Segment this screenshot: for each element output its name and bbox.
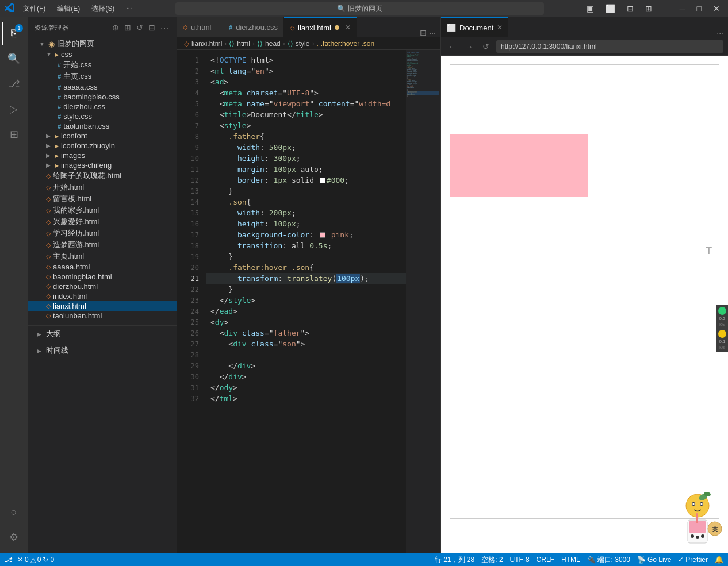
breadcrumb-file[interactable]: lianxi.html [191,40,222,48]
status-language[interactable]: HTML [561,556,580,564]
tab-close-icon[interactable]: ✕ [345,24,351,32]
preview-refresh-button[interactable]: ↺ [480,41,492,52]
preview-tabs: ⬜ Document ✕ ··· [441,17,728,37]
activity-accounts[interactable]: ○ [2,500,25,523]
search-bar[interactable]: 🔍 旧梦的网页 [175,2,543,15]
editor-more-icon[interactable]: ··· [429,28,436,37]
sidebar-outline-section[interactable]: ▶ 大纲 [28,328,177,340]
preview-t-text: T [706,245,712,257]
sidebar-item-dierzhou-css[interactable]: # dierzhou.css [28,102,177,111]
activity-run[interactable]: ▷ [2,98,25,121]
new-file-icon[interactable]: ⊕ [111,22,121,33]
preview-url-input[interactable] [496,40,723,53]
search-text: 旧梦的网页 [348,4,382,14]
code-line-26: <div class="father"> [206,328,406,338]
maximize-button[interactable]: □ [693,3,705,14]
minimize-button[interactable]: ─ [676,3,689,14]
sidebar-item-iconfont-folder[interactable]: ▶ ▸ iconfont [28,131,177,141]
sidebar-item-baomingbiao-css[interactable]: # baomingbiao.css [28,92,177,102]
breadcrumb-head[interactable]: head [265,40,281,48]
preview-forward-button[interactable]: → [463,41,476,52]
sidebar-item-kaishi-html[interactable]: ◇ 开始.html [28,182,177,193]
custom-layout[interactable]: ⊞ [642,3,656,14]
sidebar-item-zaomeng[interactable]: ◇ 造梦西游.html [28,239,177,251]
sidebar-item-xuejing[interactable]: ◇ 学习经历.html [28,228,177,239]
status-branch[interactable]: ⎇ [5,556,13,564]
sidebar-item-zhuye-css[interactable]: # 主页.css [28,71,177,82]
sidebar-item-index-html[interactable]: ◇ index.html [28,291,177,301]
breadcrumb-style[interactable]: style [296,40,310,48]
html-icon: ◇ [46,230,51,237]
sidebar-item-aaaaa-css[interactable]: # aaaaa.css [28,82,177,92]
sidebar-root-folder[interactable]: ▼ ◉ 旧梦的网页 [28,38,177,49]
status-port[interactable]: 🔌 端口: 3000 [587,555,630,565]
svg-point-11 [701,534,704,538]
line-num-25: 25 [177,317,206,328]
tab-u-html[interactable]: ◇ u.html [177,17,223,37]
status-golive[interactable]: 📡 Go Live [637,556,671,564]
editor-layout[interactable]: ⬜ [602,3,619,14]
tab-lianxi-html[interactable]: ◇ lianxi.html ✕ [284,17,357,37]
collapse-icon[interactable]: ⊟ [147,22,157,33]
sidebar-item-kaishi-css[interactable]: # 开始.css [28,59,177,71]
settings-icon: ⚙ [9,531,18,544]
sidebar-item-taozirose[interactable]: ◇ 给陶子的玫瑰花.html [28,170,177,182]
line-num-7: 7 [177,120,206,131]
status-prettier[interactable]: ✓ Prettier [678,556,708,564]
sidebar-timeline-section[interactable]: ▶ 时间线 [28,345,177,356]
sidebar-item-zhuye-html[interactable]: ◇ 主页.html [28,251,177,262]
preview-more-icon[interactable]: ··· [712,28,728,37]
sidebar-item-aaaaa-html[interactable]: ◇ aaaaa.html [28,262,177,272]
preview-tab-document[interactable]: ⬜ Document ✕ [441,17,508,37]
breadcrumb-html[interactable]: html [237,40,250,48]
folder-icon: ◉ [48,40,55,48]
menu-select[interactable]: 选择(S) [87,3,119,15]
sidebar-item-baomingbiao-html[interactable]: ◇ baomingbiao.html [28,272,177,282]
sidebar-item-dierzhou-html[interactable]: ◇ dierzhou.html [28,282,177,291]
sidebar-item-css-folder[interactable]: ▼ ▸ css [28,49,177,59]
menu-edit[interactable]: 编辑(E) [52,3,85,15]
file-label: 开始.css [63,60,91,70]
editor-area: ◇ u.html # dierzhou.css ◇ lianxi.html ✕ … [177,17,440,553]
activity-source-control[interactable]: ⎇ [2,72,25,95]
sidebar-item-taolunban-html[interactable]: ◇ taolunban.html [28,311,177,321]
menu-more[interactable]: ··· [121,3,136,15]
preview-back-button[interactable]: ← [446,41,458,52]
sidebar-item-taolunban-css[interactable]: # taolunban.css [28,121,177,131]
preview-tab-close[interactable]: ✕ [497,24,503,32]
sidebar-item-style-css[interactable]: # style.css [28,111,177,121]
status-notifications[interactable]: 🔔 [715,556,723,564]
file-label: lianxi.html [53,302,86,310]
close-button[interactable]: ✕ [710,3,723,14]
more-actions-icon[interactable]: ··· [159,22,170,33]
sidebar-toggle[interactable]: ▣ [583,3,597,14]
file-label: taolunban.html [53,311,102,320]
status-position[interactable]: 行 21，列 28 [435,555,474,565]
activity-explorer[interactable]: ⎘ 1 [2,22,25,45]
status-spaces[interactable]: 空格: 2 [481,555,503,565]
tab-dierzhou-css[interactable]: # dierzhou.css [223,17,284,37]
sidebar-item-images-folder[interactable]: ▶ ▸ images [28,151,177,160]
breadcrumb-selector[interactable]: .father:hover .son [321,40,374,48]
split-editor-icon[interactable]: ⊟ [420,28,427,37]
menu-file[interactable]: 文件(F) [18,3,50,15]
activity-extensions[interactable]: ⊞ [2,123,25,146]
status-errors[interactable]: ✕ 0 △ 0 ↻ 0 [17,556,54,564]
code-editor[interactable]: <!OCTYPE html> <ml lang="en"> <ad> <meta… [206,50,406,553]
sidebar-item-jiaxiang[interactable]: ◇ 我的家乡.html [28,205,177,216]
refresh-icon[interactable]: ↺ [135,22,145,33]
sidebar-item-liuyanban[interactable]: ◇ 留言板.html [28,193,177,205]
status-encoding[interactable]: UTF-8 [510,556,530,564]
sidebar-item-xingqu[interactable]: ◇ 兴趣爱好.html [28,216,177,228]
extensions-icon: ⊞ [10,128,18,141]
expand-arrow: ▼ [39,41,46,47]
sidebar-item-lianxi-html[interactable]: ◇ lianxi.html [28,301,177,311]
split-editor[interactable]: ⊟ [623,3,637,14]
new-folder-icon[interactable]: ⊞ [123,22,133,33]
activity-settings[interactable]: ⚙ [2,526,25,549]
activity-search[interactable]: 🔍 [2,47,25,70]
sidebar-item-images-chifeng-folder[interactable]: ▶ ▸ images-chifeng [28,160,177,170]
status-line-ending[interactable]: CRLF [537,556,554,564]
sidebar-item-iconfont-zhuoyin-folder[interactable]: ▶ ▸ iconfont.zhuoyin [28,141,177,151]
breadcrumb: ◇ lianxi.html › ⟨⟩ html › ⟨⟩ head › ⟨⟩ s… [177,37,440,50]
